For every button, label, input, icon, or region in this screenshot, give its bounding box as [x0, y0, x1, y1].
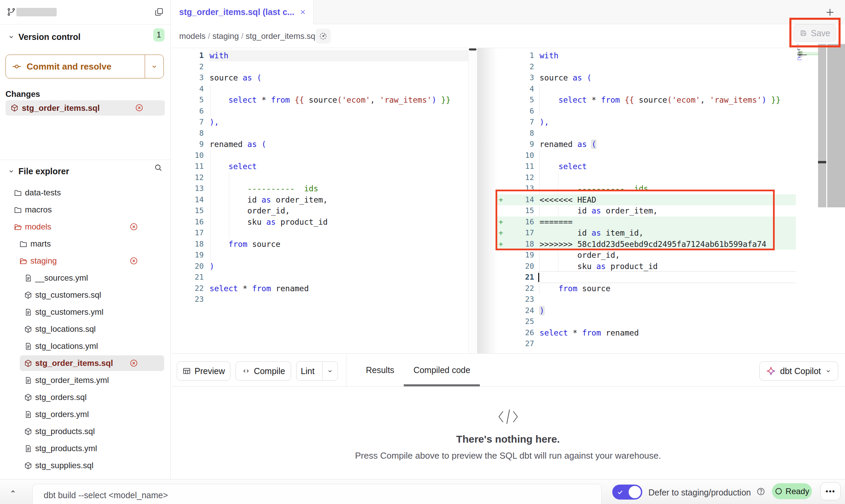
- code-line-25[interactable]: 25: [497, 316, 796, 327]
- doc-icon: [24, 274, 32, 282]
- code-line-21[interactable]: 21: [497, 272, 796, 283]
- breadcrumb-item[interactable]: stg_order_items.sql: [246, 31, 317, 41]
- tree-item-data-tests[interactable]: data-tests: [0, 185, 170, 201]
- code-line-24[interactable]: 24): [497, 305, 796, 316]
- lineage-icon[interactable]: [316, 29, 331, 44]
- tree-item-marts[interactable]: marts: [0, 236, 170, 252]
- more-options-button[interactable]: •••: [820, 482, 841, 500]
- commit-and-resolve-button[interactable]: Commit and resolve: [5, 55, 164, 78]
- tree-item-stg-customers-sql[interactable]: stg_customers.sql: [0, 287, 170, 303]
- code-line-4[interactable]: 4: [497, 84, 796, 95]
- code-line-5[interactable]: 5 select * from {{ source('ecom', 'raw_i…: [497, 94, 796, 106]
- conflict-x-icon[interactable]: [135, 103, 144, 112]
- compile-button[interactable]: Compile: [235, 361, 291, 381]
- version-control-header[interactable]: Version control 1: [0, 29, 170, 44]
- code-line-10[interactable]: 10: [497, 150, 796, 161]
- tree-item-stg-orders-sql[interactable]: stg_orders.sql: [0, 389, 170, 405]
- tree-item-macros[interactable]: macros: [0, 202, 170, 218]
- conflict-x-icon[interactable]: [129, 256, 138, 265]
- code-text: source as (: [540, 72, 591, 84]
- tree-item-stg-order-items-yml[interactable]: stg_order_items.yml: [0, 372, 170, 388]
- tree-item-label: stg_supplies.sql: [35, 461, 94, 470]
- code-line-20[interactable]: 20 sku as product_id: [497, 261, 796, 272]
- code-line-6[interactable]: 6: [497, 106, 796, 117]
- code-line-27[interactable]: 27: [497, 338, 796, 350]
- breadcrumb-item[interactable]: models: [179, 31, 205, 41]
- changed-file-row[interactable]: stg_order_items.sql: [5, 100, 165, 116]
- conflict-x-icon[interactable]: [129, 359, 138, 368]
- tree-item-stg-products-yml[interactable]: stg_products.yml: [0, 441, 170, 456]
- command-input[interactable]: dbt build --select <model_name>: [32, 484, 602, 504]
- code-line-19[interactable]: 19 order_id,: [497, 250, 796, 261]
- tab-stg-order-items[interactable]: stg_order_items.sql (last c...: [171, 0, 314, 24]
- code-line-12[interactable]: 12: [497, 172, 796, 183]
- code-line-8[interactable]: 8: [497, 128, 796, 139]
- save-button[interactable]: Save: [793, 24, 836, 42]
- lint-button[interactable]: Lint: [296, 361, 338, 381]
- code-line-16[interactable]: +16=======: [497, 217, 796, 228]
- changed-file-name: stg_order_items.sql: [22, 103, 100, 113]
- code-line-13[interactable]: 13 ---------- ids: [497, 183, 796, 194]
- tab-compiled-code[interactable]: Compiled code: [404, 354, 480, 386]
- code-line-18[interactable]: +18>>>>>>> 58c1dd23d5eebd9cd2495fa7124ab…: [497, 239, 796, 250]
- lint-dropdown-button[interactable]: [322, 362, 338, 380]
- code-line-20: 20): [171, 261, 468, 272]
- code-line-9[interactable]: 9renamed as (: [497, 139, 796, 150]
- help-icon[interactable]: [756, 487, 765, 496]
- dbt-copilot-button[interactable]: dbt Copilot: [759, 361, 838, 381]
- tree-item-stg-locations-yml[interactable]: stg_locations.yml: [0, 338, 170, 354]
- editor-pane-working[interactable]: 1with 2 3source as ( 4 5 select * from {…: [497, 48, 796, 353]
- code-line-1[interactable]: 1with: [497, 50, 796, 61]
- code-line-15[interactable]: 15 id as order_item,: [497, 205, 796, 217]
- breadcrumb-separator: /: [239, 31, 246, 41]
- code-line-14[interactable]: +14<<<<<<< HEAD: [497, 194, 796, 206]
- status-bar: dbt build --select <model_name> Defer to…: [0, 479, 845, 504]
- tree-item-stg-products-sql[interactable]: stg_products.sql: [0, 424, 170, 439]
- tree-item--sources-yml[interactable]: __sources.yml: [0, 270, 170, 286]
- search-icon[interactable]: [154, 163, 163, 172]
- tree-item-stg-order-items-sql[interactable]: stg_order_items.sql: [0, 355, 170, 371]
- tree-item-stg-locations-sql[interactable]: stg_locations.sql: [0, 321, 170, 337]
- editor-scroll-gutter: [827, 44, 845, 207]
- sidebar: Version control 1 Commit and resolve Cha…: [0, 0, 171, 479]
- results-tabs: Results Compiled code: [356, 354, 480, 386]
- code-line-22[interactable]: 22 from source: [497, 283, 796, 294]
- code-text: order_id,: [210, 205, 290, 217]
- editor-scrollbar[interactable]: [818, 44, 826, 207]
- file-explorer-header[interactable]: File explorer: [0, 164, 170, 179]
- code-line-23[interactable]: 23: [497, 294, 796, 305]
- status-badge[interactable]: Ready: [772, 483, 812, 499]
- code-line-3[interactable]: 3source as (: [497, 72, 796, 84]
- breadcrumb-item[interactable]: staging: [212, 31, 239, 41]
- code-line-26[interactable]: 26select * from renamed: [497, 327, 796, 339]
- close-icon[interactable]: [299, 9, 306, 16]
- tab-results[interactable]: Results: [356, 354, 404, 386]
- defer-toggle[interactable]: [612, 485, 642, 500]
- scrollbar-thumb[interactable]: [818, 161, 826, 163]
- code-line-17[interactable]: +17 id as item_id,: [497, 227, 796, 239]
- code-text: id as order_item,: [210, 194, 328, 206]
- code-line-11[interactable]: 11 select: [497, 161, 796, 172]
- tree-item-staging[interactable]: staging: [0, 253, 170, 269]
- conflict-x-icon[interactable]: [129, 222, 138, 231]
- tree-item-label: stg_customers.sql: [35, 290, 101, 300]
- new-tab-button[interactable]: [822, 4, 838, 20]
- code-line-7[interactable]: 7),: [497, 117, 796, 128]
- diff-added-marker: [497, 139, 505, 150]
- copy-icon[interactable]: [154, 7, 164, 17]
- tree-item-stg-orders-yml[interactable]: stg_orders.yml: [0, 406, 170, 422]
- tree-item-stg-customers-yml[interactable]: stg_customers.yml: [0, 304, 170, 320]
- command-placeholder: dbt build --select <model_name>: [44, 490, 168, 500]
- chevron-up-icon[interactable]: [9, 487, 17, 496]
- code-editor[interactable]: 1with23source as (45 select * from {{ so…: [171, 48, 845, 354]
- code-text: renamed as (: [210, 139, 266, 150]
- code-line-2[interactable]: 2: [497, 61, 796, 73]
- left-pane-scrollbar[interactable]: [468, 48, 477, 353]
- tree-item-stg-supplies-sql[interactable]: stg_supplies.sql: [0, 458, 170, 473]
- diff-added-marker: +: [497, 217, 505, 228]
- commit-dropdown-button[interactable]: [145, 55, 163, 78]
- code-text: id as order_item,: [540, 205, 658, 217]
- tree-item-models[interactable]: models: [0, 219, 170, 235]
- preview-button[interactable]: Preview: [177, 361, 230, 381]
- folder-icon: [14, 206, 22, 214]
